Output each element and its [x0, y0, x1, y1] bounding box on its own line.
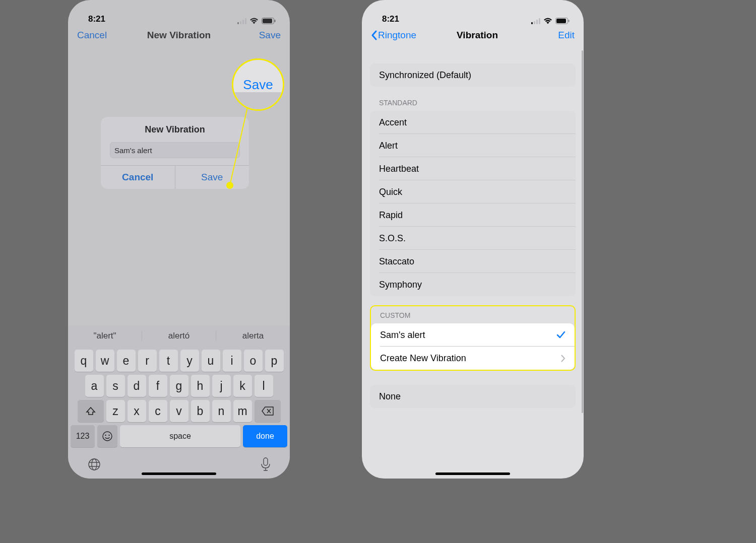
chevron-right-icon — [561, 355, 565, 362]
row-label: Staccato — [379, 256, 414, 267]
key-c[interactable]: c — [149, 400, 167, 422]
svg-point-4 — [103, 432, 112, 441]
key-row-3: z x c v b n m — [68, 397, 290, 422]
svg-rect-9 — [264, 458, 268, 465]
key-i[interactable]: i — [223, 350, 241, 372]
key-a[interactable]: a — [85, 375, 104, 397]
suggestion-item[interactable]: "alert" — [68, 331, 142, 341]
checkmark-icon — [556, 331, 565, 339]
standard-section: Accent Alert Heartbeat Quick Rapid S.O.S… — [370, 111, 576, 296]
vibration-name-input[interactable]: Sam's alert — [110, 142, 240, 158]
dialog-save-button[interactable]: Save — [175, 166, 249, 189]
svg-point-6 — [108, 435, 109, 436]
key-s[interactable]: s — [106, 375, 125, 397]
standard-row-staccato[interactable]: Staccato — [370, 250, 576, 273]
key-j[interactable]: j — [212, 375, 231, 397]
key-x[interactable]: x — [128, 400, 146, 422]
key-z[interactable]: z — [106, 400, 125, 422]
key-t[interactable]: t — [159, 350, 178, 372]
status-time: 8:21 — [382, 14, 399, 24]
key-g[interactable]: g — [170, 375, 188, 397]
key-l[interactable]: l — [255, 375, 273, 397]
key-e[interactable]: e — [117, 350, 136, 372]
nav-cancel-button[interactable]: Cancel — [77, 30, 113, 41]
numbers-key[interactable]: 123 — [71, 425, 95, 447]
home-indicator[interactable] — [435, 472, 510, 475]
mic-icon[interactable] — [261, 457, 271, 471]
standard-header: STANDARD — [370, 87, 576, 111]
svg-point-7 — [89, 459, 100, 470]
wifi-icon — [249, 18, 259, 24]
standard-row-heartbeat[interactable]: Heartbeat — [370, 157, 576, 180]
standard-row-accent[interactable]: Accent — [370, 111, 576, 134]
key-r[interactable]: r — [138, 350, 157, 372]
key-row-1: q w e r t y u i o p — [68, 347, 290, 372]
standard-row-quick[interactable]: Quick — [370, 180, 576, 203]
key-row-4: 123 space done — [68, 422, 290, 450]
standard-row-sos[interactable]: S.O.S. — [370, 227, 576, 250]
standard-row-symphony[interactable]: Symphony — [370, 273, 576, 296]
row-label: Create New Vibration — [380, 353, 466, 364]
none-row[interactable]: None — [370, 385, 576, 408]
key-b[interactable]: b — [191, 400, 210, 422]
svg-point-8 — [92, 459, 97, 470]
key-k[interactable]: k — [233, 375, 252, 397]
none-section: None — [370, 385, 576, 408]
phone-left: 8:21 Cancel New Vibration Save New Vibra… — [68, 0, 290, 479]
standard-row-rapid[interactable]: Rapid — [370, 203, 576, 227]
chevron-left-icon — [371, 30, 377, 40]
key-y[interactable]: y — [180, 350, 199, 372]
key-f[interactable]: f — [149, 375, 167, 397]
keyboard: "alert" alertó alerta q w e r t y u i o … — [68, 325, 290, 479]
key-q[interactable]: q — [75, 350, 93, 372]
key-u[interactable]: u — [202, 350, 220, 372]
key-row-2: a s d f g h j k l — [68, 372, 290, 397]
key-m[interactable]: m — [233, 400, 252, 422]
space-key[interactable]: space — [120, 425, 240, 447]
keyboard-suggestions: "alert" alertó alerta — [68, 325, 290, 347]
key-h[interactable]: h — [191, 375, 210, 397]
backspace-key[interactable] — [255, 400, 281, 422]
status-bar: 8:21 — [68, 0, 290, 24]
nav-bar: Cancel New Vibration Save — [68, 24, 290, 46]
row-label: Heartbeat — [379, 164, 419, 174]
suggestion-item[interactable]: alertó — [142, 331, 216, 341]
emoji-key[interactable] — [97, 425, 117, 447]
home-indicator[interactable] — [142, 472, 216, 475]
nav-back-label: Ringtone — [378, 30, 416, 41]
battery-icon — [262, 18, 276, 24]
key-p[interactable]: p — [265, 350, 284, 372]
nav-edit-button[interactable]: Edit — [538, 30, 575, 41]
cellular-icon — [237, 18, 246, 24]
nav-bar: Ringtone Vibration Edit — [362, 24, 584, 46]
key-n[interactable]: n — [212, 400, 231, 422]
scrollbar[interactable] — [582, 50, 583, 413]
key-v[interactable]: v — [170, 400, 188, 422]
suggestion-item[interactable]: alerta — [216, 331, 290, 341]
row-label: Rapid — [379, 210, 403, 221]
key-o[interactable]: o — [244, 350, 263, 372]
row-label: Accent — [379, 117, 407, 128]
shift-key[interactable] — [78, 400, 104, 422]
synced-row[interactable]: Synchronized (Default) — [370, 63, 576, 87]
row-label: Symphony — [379, 280, 422, 290]
status-time: 8:21 — [88, 14, 105, 24]
key-d[interactable]: d — [128, 375, 146, 397]
done-key[interactable]: done — [243, 425, 287, 447]
svg-rect-12 — [569, 20, 570, 22]
row-label: None — [379, 391, 401, 402]
nav-save-button[interactable]: Save — [244, 30, 281, 41]
row-label: Quick — [379, 187, 402, 197]
vibration-list[interactable]: Synchronized (Default) STANDARD Accent A… — [362, 46, 584, 479]
svg-point-5 — [105, 435, 106, 436]
custom-row-sams-alert[interactable]: Sam's alert — [371, 323, 575, 347]
custom-row-create-new[interactable]: Create New Vibration — [371, 347, 575, 370]
cellular-icon — [531, 18, 540, 24]
dialog-cancel-button[interactable]: Cancel — [101, 166, 175, 189]
globe-icon[interactable] — [87, 457, 101, 471]
key-w[interactable]: w — [96, 350, 114, 372]
standard-row-alert[interactable]: Alert — [370, 134, 576, 157]
row-label: Synchronized (Default) — [379, 70, 471, 81]
synced-section: Synchronized (Default) — [370, 63, 576, 87]
nav-back-button[interactable]: Ringtone — [371, 30, 416, 41]
